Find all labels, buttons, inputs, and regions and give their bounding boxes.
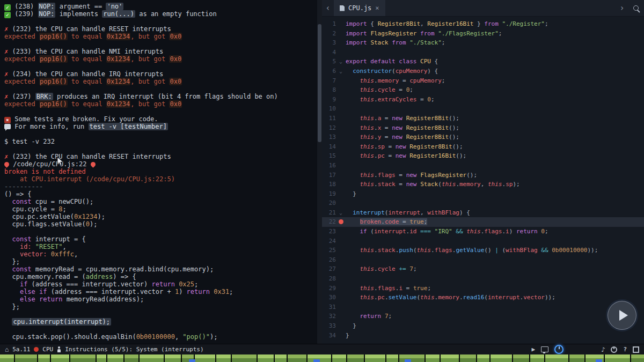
line-number[interactable]: 12 bbox=[322, 123, 336, 133]
line-number[interactable]: 7 bbox=[322, 76, 336, 86]
line-number[interactable]: 28 bbox=[322, 274, 336, 284]
editor-line[interactable]: 22 broken.code = true; bbox=[322, 217, 644, 227]
editor-line[interactable]: 11 this.a = new Register8Bit(); bbox=[322, 114, 644, 123]
line-number[interactable]: 19 bbox=[322, 189, 336, 199]
line-number[interactable]: 30 bbox=[322, 293, 336, 302]
editor-line[interactable]: 2import FlagsRegister from "./FlagsRegis… bbox=[322, 29, 644, 39]
line-number[interactable]: 27 bbox=[322, 264, 336, 274]
line-number[interactable]: 22 bbox=[322, 217, 336, 227]
line-number[interactable]: 5 bbox=[322, 57, 336, 67]
volume-knob-icon[interactable] bbox=[611, 346, 617, 353]
editor-line[interactable]: 10 bbox=[322, 104, 644, 114]
progress-bar[interactable] bbox=[0, 354, 644, 362]
home-icon[interactable] bbox=[5, 346, 9, 353]
editor-line[interactable]: 27 this.cycle += 7; bbox=[322, 264, 644, 274]
line-number[interactable]: 18 bbox=[322, 180, 336, 189]
line-number[interactable]: 34 bbox=[322, 331, 336, 341]
text-segment: (); bbox=[452, 143, 463, 150]
scrollbar-thumb[interactable] bbox=[318, 24, 321, 142]
progress-segment bbox=[545, 354, 568, 362]
line-number[interactable]: 24 bbox=[322, 237, 336, 246]
editor-line[interactable]: 23 if (interrupt.id === "IRQ" && this.fl… bbox=[322, 227, 644, 237]
line-number[interactable]: 31 bbox=[322, 302, 336, 312]
editor-line[interactable]: 8 this.cycle = 0; bbox=[322, 85, 644, 95]
line-number[interactable]: 29 bbox=[322, 284, 336, 293]
editor-line[interactable]: 19 } bbox=[322, 189, 644, 199]
editor-line[interactable]: 13 this.y = new Register8Bit(); bbox=[322, 132, 644, 142]
terminal-line bbox=[4, 228, 317, 235]
line-number[interactable]: 23 bbox=[322, 227, 336, 237]
search-icon[interactable] bbox=[633, 5, 639, 11]
fold-chevron-icon[interactable] bbox=[336, 67, 346, 76]
editor-line[interactable]: 12 this.x = new Register8Bit(); bbox=[322, 123, 644, 133]
editor-line[interactable]: 3import Stack from "./Stack"; bbox=[322, 38, 644, 48]
line-number[interactable]: 33 bbox=[322, 321, 336, 331]
music-icon[interactable] bbox=[601, 346, 605, 353]
terminal-pane[interactable]: ✓ (238) NOP: argument == 'no'✓ (239) NOP… bbox=[0, 0, 317, 344]
editor-line[interactable]: 28 bbox=[322, 274, 644, 284]
code-line-text: this.flags.i = true; bbox=[346, 284, 644, 293]
line-number[interactable]: 20 bbox=[322, 198, 336, 208]
line-number[interactable]: 15 bbox=[322, 151, 336, 161]
line-number[interactable]: 17 bbox=[322, 171, 336, 180]
editor-line[interactable]: 34} bbox=[322, 331, 644, 341]
fold-chevron-icon[interactable] bbox=[336, 208, 346, 218]
line-number[interactable]: 14 bbox=[322, 142, 336, 152]
help-icon[interactable] bbox=[623, 346, 627, 353]
text-segment: address bbox=[86, 273, 113, 280]
play-icon[interactable] bbox=[532, 346, 536, 353]
line-number[interactable]: 8 bbox=[322, 85, 336, 95]
editor-line[interactable]: 4 bbox=[322, 48, 644, 57]
line-number[interactable]: 2 bbox=[322, 29, 336, 39]
text-segment: | bbox=[495, 247, 499, 254]
terminal-line bbox=[4, 145, 317, 153]
monitor-icon[interactable] bbox=[541, 346, 548, 352]
line-number[interactable]: 1 bbox=[322, 19, 336, 29]
fold-chevron-icon[interactable] bbox=[336, 57, 346, 67]
line-number[interactable]: 6 bbox=[322, 67, 336, 76]
line-number[interactable]: 32 bbox=[322, 312, 336, 321]
editor-line[interactable]: 33 } bbox=[322, 321, 644, 331]
breakpoint-icon[interactable] bbox=[339, 219, 343, 224]
chevron-right-icon[interactable] bbox=[616, 3, 628, 13]
line-number[interactable]: 11 bbox=[322, 114, 336, 123]
gutter-cell bbox=[336, 29, 346, 39]
terminal-scrollbar[interactable] bbox=[317, 0, 322, 344]
dial-icon[interactable] bbox=[554, 345, 564, 354]
editor-line[interactable]: 29 this.flags.i = true; bbox=[322, 284, 644, 293]
editor-line[interactable]: 20 bbox=[322, 198, 644, 208]
line-number[interactable]: 4 bbox=[322, 48, 336, 57]
line-number[interactable]: 3 bbox=[322, 38, 336, 48]
editor-line[interactable]: 5export default class CPU { bbox=[322, 57, 644, 67]
line-number[interactable]: 21 bbox=[322, 208, 336, 218]
editor-code-area[interactable]: 1import { Register8Bit, Register16Bit } … bbox=[322, 17, 644, 344]
line-number[interactable]: 9 bbox=[322, 95, 336, 105]
editor-line[interactable]: 30 this.pc.setValue(this.memory.read16(i… bbox=[322, 293, 644, 302]
run-button[interactable] bbox=[608, 301, 636, 330]
editor-line[interactable]: 15 this.pc = new Register16Bit(); bbox=[322, 151, 644, 161]
text-segment bbox=[346, 265, 360, 272]
editor-line[interactable]: 14 this.sp = new Register8Bit(); bbox=[322, 142, 644, 152]
editor-line[interactable]: 1import { Register8Bit, Register16Bit } … bbox=[322, 19, 644, 29]
editor-line[interactable]: 7 this.memory = cpuMemory; bbox=[322, 76, 644, 86]
fullscreen-icon[interactable] bbox=[633, 346, 639, 353]
editor-line[interactable]: 25 this.stack.push(this.flags.getValue()… bbox=[322, 246, 644, 255]
line-number[interactable]: 16 bbox=[322, 161, 336, 171]
chevron-left-icon[interactable] bbox=[322, 3, 334, 13]
line-number[interactable]: 10 bbox=[322, 104, 336, 114]
editor-line[interactable]: 21 interrupt(interrupt, withBFlag) { bbox=[322, 208, 644, 218]
editor-line[interactable]: 6 constructor(cpuMemory) { bbox=[322, 67, 644, 76]
editor-line[interactable]: 18 this.stack = new Stack(this.memory, t… bbox=[322, 180, 644, 189]
editor-line[interactable]: 24 bbox=[322, 237, 644, 246]
editor-line[interactable]: 16 bbox=[322, 161, 644, 171]
editor-line[interactable]: 9 this.extraCycles = 0; bbox=[322, 95, 644, 105]
editor-line[interactable]: 31 bbox=[322, 302, 644, 312]
editor-line[interactable]: 26 bbox=[322, 255, 644, 265]
editor-line[interactable]: 32 return 7; bbox=[322, 312, 644, 321]
close-icon[interactable] bbox=[375, 4, 379, 12]
tab-cpu-js[interactable]: CPU.js bbox=[334, 0, 385, 16]
line-number[interactable]: 25 bbox=[322, 246, 336, 255]
line-number[interactable]: 26 bbox=[322, 255, 336, 265]
line-number[interactable]: 13 bbox=[322, 132, 336, 142]
editor-line[interactable]: 17 this.flags = new FlagsRegister(); bbox=[322, 171, 644, 180]
